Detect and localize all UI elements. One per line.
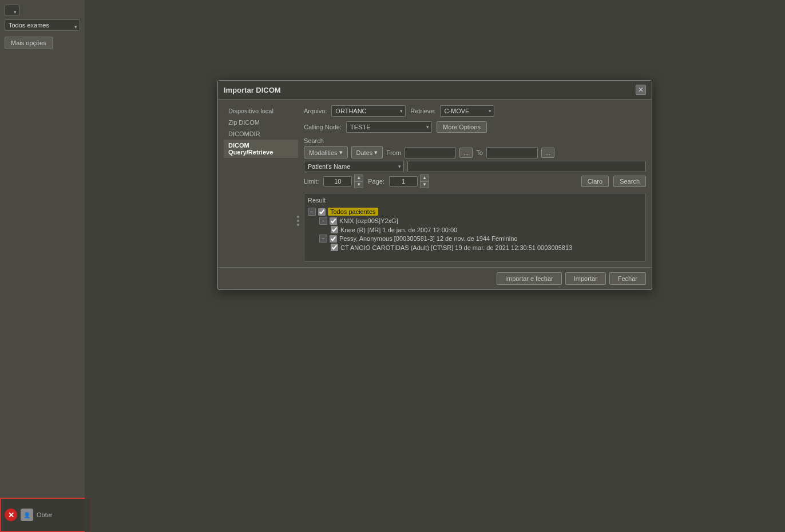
retrieve-select[interactable]: C-MOVE <box>440 105 494 117</box>
calling-node-label: Calling Node: <box>304 124 342 130</box>
nav-zip-dicom[interactable]: Zip DICOM <box>224 117 298 128</box>
result-section: Result − Todos pacientes − KNIX [ozp00S]… <box>304 193 646 261</box>
nav-dispositivo-local[interactable]: Dispositivo local <box>224 105 298 117</box>
patient-icon: 👤 <box>21 509 33 521</box>
limit-spinner: ▲ ▼ <box>354 174 363 188</box>
more-options-button[interactable]: More Options <box>437 121 487 133</box>
root-expand[interactable]: − <box>308 208 316 216</box>
search-section-label: Search <box>304 137 646 144</box>
sidebar: Todos exames Mais opções <box>0 0 85 532</box>
importar-button[interactable]: Importar <box>565 272 606 285</box>
knee-checkbox[interactable] <box>331 226 338 233</box>
arquivo-label: Arquivo: <box>304 108 327 114</box>
limit-input[interactable] <box>323 176 352 186</box>
from-input[interactable] <box>405 147 456 158</box>
dialog-footer: Importar e fechar Importar Fechar <box>218 267 652 289</box>
dot1 <box>297 216 299 218</box>
top-row: Arquivo: ORTHANC Retrieve: C-MOVE <box>304 105 646 117</box>
arquivo-select[interactable]: ORTHANC <box>331 105 406 117</box>
pessy-text: Pessy, Anonymous [000300581-3] 12 de nov… <box>339 235 517 242</box>
search-row1: Modalities ▾ Dates ▾ From ... To ... <box>304 146 646 158</box>
tree-pessy: − Pessy, Anonymous [000300581-3] 12 de n… <box>319 234 642 243</box>
pessy-checkbox[interactable] <box>330 235 337 243</box>
error-icon: ✕ <box>5 509 17 521</box>
page-label: Page: <box>368 178 384 185</box>
fechar-button[interactable]: Fechar <box>609 272 646 285</box>
sidebar-dropdown2[interactable]: Todos exames <box>5 19 80 31</box>
tree-root: − Todos pacientes <box>308 207 642 216</box>
limit-up[interactable]: ▲ <box>354 174 363 181</box>
dialog-body: Dispositivo local Zip DICOM DICOMDIR DIC… <box>218 100 652 267</box>
knee-text: Knee (R) [MR] 1 de jan. de 2007 12:00:00 <box>340 227 457 233</box>
nav-dicomdir[interactable]: DICOMDIR <box>224 128 298 140</box>
pessy-expand[interactable]: − <box>319 235 327 243</box>
page-spinner: ▲ ▼ <box>420 174 429 188</box>
dialog-nav: Dispositivo local Zip DICOM DICOMDIR DIC… <box>224 105 298 261</box>
from-label: From <box>386 149 401 156</box>
importar-fechar-button[interactable]: Importar e fechar <box>497 272 562 285</box>
calling-node-select[interactable]: TESTE <box>346 121 432 133</box>
tree-knix: − KNIX [ozp00S]Y2xG] <box>319 216 642 225</box>
result-container: Result − Todos pacientes − KNIX [ozp00S]… <box>304 193 646 261</box>
sidebar-dropdown1[interactable] <box>5 5 19 16</box>
root-text: Todos pacientes <box>328 208 378 216</box>
bottom-bar: ✕ 👤 Obter <box>0 498 92 532</box>
search-row3: Limit: ▲ ▼ Page: ▲ ▼ Claro <box>304 174 646 188</box>
limit-label: Limit: <box>304 178 319 185</box>
knix-expand[interactable]: − <box>319 217 327 225</box>
ct-angio-checkbox[interactable] <box>331 244 338 251</box>
retrieve-label: Retrieve: <box>410 108 435 114</box>
tree-ct-angio: CT ANGIO CAROTIDAS (Adult) [CT\SR] 19 de… <box>331 243 642 252</box>
dialog-close-button[interactable]: ✕ <box>636 85 646 95</box>
page-down[interactable]: ▼ <box>420 181 429 188</box>
result-dots <box>297 216 299 226</box>
dot2 <box>297 220 299 222</box>
patient-name-input[interactable] <box>407 161 646 172</box>
search-section: Search Modalities ▾ Dates ▾ From ... <box>304 137 646 188</box>
dot3 <box>297 224 299 226</box>
from-dots-button[interactable]: ... <box>459 148 473 158</box>
page-input[interactable] <box>389 176 418 186</box>
search-button[interactable]: Search <box>613 176 646 187</box>
to-label: To <box>476 149 483 156</box>
page-up[interactable]: ▲ <box>420 174 429 181</box>
modal-overlay: Importar DICOM ✕ Dispositivo local Zip D… <box>85 0 785 532</box>
dialog-title: Importar DICOM <box>224 86 281 94</box>
tree-knee: Knee (R) [MR] 1 de jan. de 2007 12:00:00 <box>331 225 642 234</box>
mais-opcoes-button[interactable]: Mais opções <box>5 37 53 49</box>
patient-name-select[interactable]: Patient's Name <box>304 161 404 172</box>
dates-button[interactable]: Dates ▾ <box>351 146 383 158</box>
nav-dicom-query[interactable]: DICOM Query/Retrieve <box>224 140 298 158</box>
root-checkbox[interactable] <box>318 208 326 216</box>
result-label: Result <box>308 197 642 204</box>
knix-text: KNIX [ozp00S]Y2xG] <box>339 217 398 224</box>
to-dots-button[interactable]: ... <box>541 148 554 158</box>
dialog-title-bar: Importar DICOM ✕ <box>218 81 652 100</box>
ct-angio-text: CT ANGIO CAROTIDAS (Adult) [CT\SR] 19 de… <box>340 244 572 251</box>
to-input[interactable] <box>486 147 538 158</box>
calling-node-row: Calling Node: TESTE More Options <box>304 121 646 133</box>
bottom-label: Obter <box>37 511 53 518</box>
dialog-content: Arquivo: ORTHANC Retrieve: C-MOVE Cal <box>304 105 646 261</box>
limit-down[interactable]: ▼ <box>354 181 363 188</box>
claro-button[interactable]: Claro <box>581 176 609 187</box>
importar-dicom-dialog: Importar DICOM ✕ Dispositivo local Zip D… <box>217 80 652 290</box>
knix-checkbox[interactable] <box>330 217 337 225</box>
search-row2: Patient's Name <box>304 161 646 172</box>
modalities-button[interactable]: Modalities ▾ <box>304 146 348 158</box>
